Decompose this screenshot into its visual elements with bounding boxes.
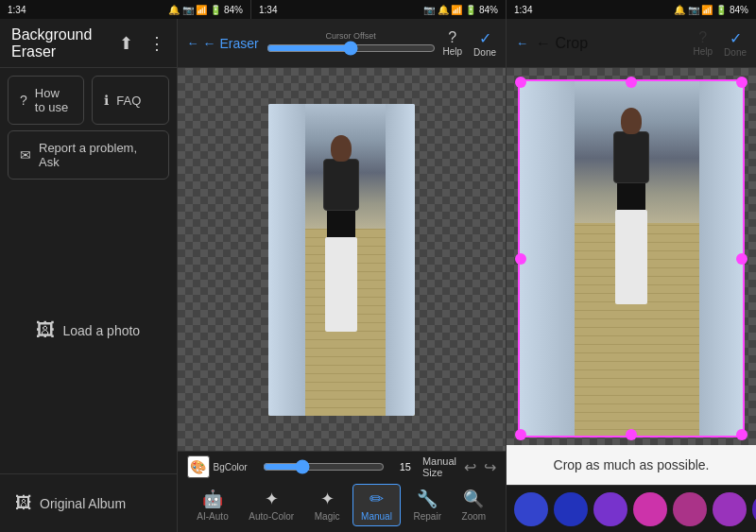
color-swatch[interactable] bbox=[633, 492, 667, 526]
eraser-back-button[interactable]: ← ← Eraser bbox=[187, 36, 259, 51]
crop-handle-bottom-right[interactable] bbox=[736, 429, 747, 440]
color-swatch[interactable] bbox=[554, 492, 588, 526]
undo-button[interactable]: ↩ bbox=[464, 458, 476, 476]
magic-tool[interactable]: ✦ Magic bbox=[307, 485, 348, 525]
status-bar-right: 1:34 🔔 📷 📶 🔋 84% bbox=[506, 0, 756, 19]
auto-color-tool[interactable]: ✦ Auto-Color bbox=[241, 485, 301, 525]
crop-back-arrow-icon: ← bbox=[516, 36, 528, 50]
crop-handle-bottom[interactable] bbox=[626, 429, 637, 440]
color-swatch[interactable] bbox=[673, 492, 707, 526]
crop-toolbar: ← ← Crop ? Help ✓ Done bbox=[506, 19, 756, 68]
help-icon: ? bbox=[448, 29, 456, 46]
crop-handle-top[interactable] bbox=[626, 77, 637, 88]
crop-check-icon: ✓ bbox=[730, 29, 742, 47]
ai-auto-icon: 🤖 bbox=[202, 489, 223, 509]
repair-tool[interactable]: 🔧 Repair bbox=[406, 485, 449, 525]
icons-left: 🔔 📷 📶 🔋 84% bbox=[168, 5, 243, 15]
eraser-toolbar: ← ← Eraser Cursor Offset ? Help ✓ Done bbox=[178, 19, 506, 68]
check-icon: ✓ bbox=[479, 29, 491, 47]
report-problem-button[interactable]: ✉ Report a problem, Ask bbox=[8, 130, 169, 180]
app-title: Background Eraser bbox=[11, 26, 119, 60]
zoom-icon: 🔍 bbox=[463, 489, 484, 509]
bgcolor-label: BgColor bbox=[214, 462, 248, 472]
cursor-offset-slider[interactable] bbox=[266, 41, 436, 56]
magic-icon: ✦ bbox=[320, 489, 335, 509]
cursor-offset-label: Cursor Offset bbox=[325, 31, 375, 41]
info-icon: ℹ bbox=[104, 93, 109, 108]
crop-help-icon: ? bbox=[698, 29, 707, 46]
color-swatch[interactable] bbox=[713, 492, 747, 526]
crop-canvas[interactable] bbox=[507, 68, 756, 445]
color-swatch[interactable] bbox=[752, 492, 756, 526]
color-strip[interactable] bbox=[507, 485, 756, 532]
manual-icon: ✏ bbox=[369, 489, 384, 509]
color-swatch[interactable] bbox=[593, 492, 627, 526]
faq-button[interactable]: ℹ FAQ bbox=[92, 76, 168, 125]
crop-border bbox=[518, 79, 745, 438]
crop-handle-right[interactable] bbox=[736, 253, 747, 265]
back-arrow-icon: ← bbox=[187, 36, 199, 50]
crop-done-button[interactable]: ✓ Done bbox=[724, 29, 747, 58]
crop-hint-bar: Crop as much as possible. bbox=[507, 445, 756, 485]
size-number: 15 bbox=[400, 461, 411, 472]
manual-size-slider[interactable] bbox=[263, 459, 385, 474]
zoom-tool[interactable]: 🔍 Zoom bbox=[455, 485, 494, 525]
album-icon: 🖼 bbox=[15, 493, 32, 513]
original-album-button[interactable]: 🖼 Original Album bbox=[8, 486, 169, 521]
icons-right: 🔔 📷 📶 🔋 84% bbox=[674, 5, 748, 15]
color-dots bbox=[507, 485, 756, 532]
redo-button[interactable]: ↪ bbox=[484, 458, 496, 476]
crop-hint-text: Crop as much as possible. bbox=[554, 457, 710, 472]
crop-handle-bottom-left[interactable] bbox=[515, 429, 526, 440]
repair-icon: 🔧 bbox=[417, 489, 438, 509]
size-label: Manual Size bbox=[422, 455, 456, 478]
icons-center: 📷 🔔 📶 🔋 84% bbox=[423, 5, 498, 15]
share-icon[interactable]: ⬆ bbox=[119, 33, 133, 54]
how-to-use-button[interactable]: ? How to use bbox=[8, 76, 84, 125]
editor-canvas[interactable] bbox=[178, 68, 506, 451]
menu-icon[interactable]: ⋮ bbox=[148, 33, 165, 54]
ai-auto-tool[interactable]: 🤖 AI-Auto bbox=[189, 485, 235, 525]
bgcolor-area[interactable]: 🎨 BgColor bbox=[187, 455, 248, 478]
status-bar-center: 1:34 📷 🔔 📶 🔋 84% bbox=[250, 0, 506, 19]
photo-icon: 🖼 bbox=[36, 319, 55, 341]
status-bar-left: 1:34 🔔 📷 📶 🔋 84% bbox=[0, 0, 250, 19]
mail-icon: ✉ bbox=[20, 147, 31, 163]
manual-tool[interactable]: ✏ Manual bbox=[352, 484, 401, 526]
crop-handle-top-left[interactable] bbox=[515, 77, 526, 88]
help-circle-icon: ? bbox=[20, 93, 27, 108]
crop-help-button[interactable]: ? Help bbox=[694, 29, 713, 57]
time-right: 1:34 bbox=[514, 5, 532, 15]
color-swatch[interactable] bbox=[514, 492, 548, 526]
crop-handle-top-right[interactable] bbox=[736, 77, 747, 88]
crop-handle-left[interactable] bbox=[515, 253, 526, 265]
bgcolor-icon: 🎨 bbox=[187, 455, 210, 478]
time-left: 1:34 bbox=[8, 5, 26, 15]
crop-back-button[interactable]: ← bbox=[516, 36, 528, 50]
auto-color-icon: ✦ bbox=[265, 489, 279, 509]
load-photo-button[interactable]: 🖼 Load a photo bbox=[36, 319, 140, 341]
help-button[interactable]: ? Help bbox=[443, 29, 463, 57]
time-center: 1:34 bbox=[259, 5, 277, 15]
done-button[interactable]: ✓ Done bbox=[473, 29, 496, 58]
crop-title: ← Crop bbox=[536, 35, 686, 52]
